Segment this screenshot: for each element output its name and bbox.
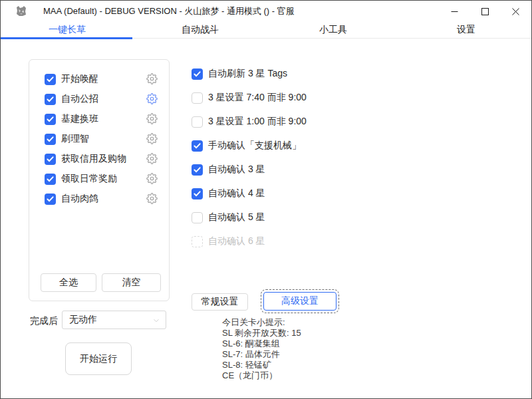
checkbox (192, 236, 203, 247)
window-controls (439, 1, 531, 22)
option-3star-740: 3 星设置 7:40 而非 9:00 (192, 90, 307, 105)
clear-button[interactable]: 清空 (102, 273, 161, 292)
option-label[interactable]: 手动确认「支援机械」 (208, 140, 301, 152)
titlebar: MAA (Default) - DEBUG VERSION - 火山旅梦 - 通… (1, 1, 531, 22)
option-label[interactable]: 3 星设置 7:40 而非 9:00 (208, 92, 307, 104)
option-label[interactable]: 自动确认 4 星 (208, 188, 265, 200)
tip-line: 今日关卡小提示: (222, 317, 301, 328)
tab-settings[interactable]: 设置 (400, 22, 532, 39)
gear-icon[interactable] (146, 73, 158, 84)
start-run-button[interactable]: 开始运行 (65, 342, 132, 375)
tip-line: SL-7: 晶体元件 (222, 349, 301, 360)
checkbox[interactable] (192, 188, 203, 200)
tabbar: 一键长草 自动战斗 小工具 设置 (1, 22, 531, 39)
option-auto-4star: 自动确认 4 星 (192, 186, 265, 201)
gear-icon[interactable] (146, 153, 158, 164)
task-list-panel: 开始唤醒 自动公招 基建换班 刷理智 获取信用及购物 领取日常奖励 (29, 59, 170, 301)
checkbox[interactable] (45, 94, 56, 105)
gear-icon[interactable] (146, 193, 158, 204)
close-button[interactable] (500, 1, 531, 22)
task-row-fight: 刷理智 (45, 132, 161, 146)
checkbox[interactable] (192, 116, 203, 128)
tip-line: SL-6: 酮凝集组 (222, 338, 301, 349)
option-auto-3star: 自动确认 3 星 (192, 162, 265, 177)
minimize-button[interactable] (439, 1, 469, 22)
option-auto-6star: 自动确认 6 星 (192, 234, 265, 249)
gear-icon[interactable] (146, 113, 158, 124)
task-row-recruit: 自动公招 (45, 92, 161, 106)
dropdown-value: 无动作 (69, 314, 97, 326)
window-title: MAA (Default) - DEBUG VERSION - 火山旅梦 - 通… (43, 1, 295, 22)
option-label[interactable]: 自动刷新 3 星 Tags (208, 68, 287, 80)
advanced-settings-button[interactable]: 高级设置 (263, 292, 336, 311)
after-completion-dropdown[interactable]: 无动作 (62, 311, 166, 329)
after-completion-label: 完成后 (30, 315, 58, 327)
checkbox[interactable] (45, 174, 56, 185)
task-label[interactable]: 获取信用及购物 (61, 153, 126, 165)
gear-icon[interactable] (146, 93, 158, 104)
tab-toolbox[interactable]: 小工具 (267, 22, 400, 39)
tip-line: CE（龙门币） (222, 370, 301, 381)
task-label[interactable]: 自动肉鸽 (61, 193, 98, 205)
checkbox[interactable] (45, 74, 56, 85)
task-label[interactable]: 刷理智 (61, 133, 89, 145)
checkbox[interactable] (192, 140, 203, 152)
tip-line: SL-8: 轻锰矿 (222, 360, 301, 370)
task-row-infrast: 基建换班 (45, 112, 161, 126)
maa-window: MAA (Default) - DEBUG VERSION - 火山旅梦 - 通… (0, 0, 532, 399)
checkbox[interactable] (45, 194, 56, 205)
checkbox[interactable] (192, 68, 203, 80)
task-label[interactable]: 基建换班 (61, 113, 98, 125)
app-logo-icon (15, 5, 28, 18)
gear-icon[interactable] (146, 173, 158, 184)
task-label[interactable]: 领取日常奖励 (61, 173, 117, 185)
option-label[interactable]: 自动确认 5 星 (208, 211, 265, 223)
option-refresh-3star-tags: 自动刷新 3 星 Tags (192, 66, 287, 81)
checkbox[interactable] (192, 212, 203, 223)
task-row-mall: 获取信用及购物 (45, 152, 161, 166)
tip-line: SL 剩余开放天数: 15 (222, 328, 301, 338)
checkbox[interactable] (192, 164, 203, 176)
maximize-button[interactable] (469, 1, 500, 22)
regular-settings-button[interactable]: 常规设置 (192, 293, 248, 311)
task-label[interactable]: 开始唤醒 (61, 73, 98, 85)
stage-tips: 今日关卡小提示: SL 剩余开放天数: 15 SL-6: 酮凝集组 SL-7: … (222, 317, 301, 381)
option-manual-robot: 手动确认「支援机械」 (192, 138, 301, 153)
tab-farming[interactable]: 一键长草 (1, 22, 134, 39)
chevron-down-icon (152, 316, 161, 325)
option-auto-5star: 自动确认 5 星 (192, 210, 265, 225)
tab-copilot[interactable]: 自动战斗 (134, 22, 267, 39)
option-label: 自动确认 6 星 (208, 235, 265, 247)
checkbox[interactable] (192, 92, 203, 104)
gear-icon[interactable] (146, 133, 158, 144)
task-row-wakeup: 开始唤醒 (45, 72, 161, 86)
option-3star-100: 3 星设置 1:00 而非 9:00 (192, 114, 307, 129)
checkbox[interactable] (45, 154, 56, 165)
checkbox[interactable] (45, 134, 56, 145)
checkbox[interactable] (45, 114, 56, 125)
option-label[interactable]: 自动确认 3 星 (208, 164, 265, 176)
option-label[interactable]: 3 星设置 1:00 而非 9:00 (208, 116, 307, 128)
task-label[interactable]: 自动公招 (61, 93, 98, 105)
task-row-roguelike: 自动肉鸽 (45, 192, 161, 206)
select-all-button[interactable]: 全选 (41, 273, 96, 292)
task-row-award: 领取日常奖励 (45, 172, 161, 186)
